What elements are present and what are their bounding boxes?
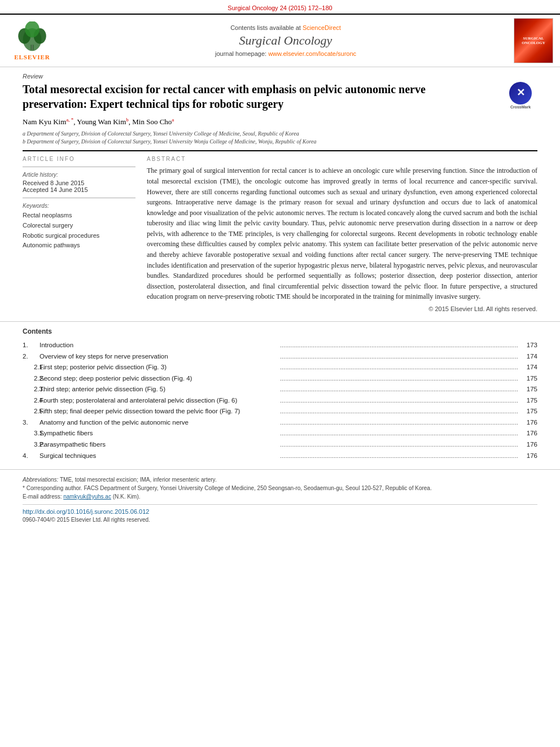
divider-thick — [23, 150, 537, 151]
keywords-block: Keywords: Rectal neoplasms Colorectal su… — [23, 203, 135, 250]
abbreviations: Abbreviations: TME, total mesorectal exc… — [23, 475, 537, 484]
toc-sub-num-3-1: 3.1. — [23, 428, 40, 439]
toc-item-2-5: 2.5. Fifth step; final deeper pelvic dis… — [23, 406, 537, 417]
toc-text-2: Overview of key steps for nerve preserva… — [40, 351, 278, 362]
toc-text-2-4: Fourth step; posterolateral and anterola… — [40, 395, 278, 407]
info-divider1 — [23, 167, 135, 167]
toc-dots-4 — [280, 451, 518, 461]
toc-sub-num-2-2: 2.2. — [23, 373, 40, 385]
keyword-2: Colorectal surgery — [23, 221, 135, 231]
toc-page-2-5: 175 — [520, 406, 537, 417]
toc-dots-2-3 — [280, 384, 518, 395]
contents-title: Contents — [23, 327, 537, 335]
toc-sub-num-2-4: 2.4. — [23, 395, 40, 407]
toc-num-1: 1. — [23, 340, 40, 351]
abstract-text: The primary goal of surgical interventio… — [147, 165, 537, 302]
toc-text-3-1: Sympathetic fibers — [40, 428, 278, 439]
svg-point-4 — [25, 21, 40, 37]
journal-homepage: journal homepage: www.elsevier.com/locat… — [63, 50, 508, 57]
keywords-label: Keywords: — [23, 203, 135, 209]
toc-dots-3-1 — [280, 428, 518, 439]
history-block: Article history: Received 8 June 2015 Ac… — [23, 172, 135, 193]
abbrev-label: Abbreviations: — [23, 477, 58, 483]
abstract-col: ABSTRACT The primary goal of surgical in… — [147, 156, 537, 312]
homepage-link[interactable]: www.elsevier.com/locate/suronc — [268, 50, 356, 57]
toc-dots-1 — [280, 340, 518, 351]
sciencedirect-line: Contents lists available at ScienceDirec… — [63, 24, 508, 31]
toc-item-3-2: 3.2. Parasympathetic fibers 176 — [23, 439, 537, 451]
toc-page-2-1: 174 — [520, 362, 537, 373]
two-col-section: ARTICLE INFO Article history: Received 8… — [23, 156, 537, 312]
toc-dots-2-4 — [280, 395, 518, 406]
article-title: Total mesorectal excision for rectal can… — [23, 82, 537, 111]
toc-dots-3 — [280, 417, 518, 428]
toc-item-3: 3. Anatomy and function of the pelvic au… — [23, 417, 537, 429]
toc-item-3-1: 3.1. Sympathetic fibers 176 — [23, 428, 537, 439]
toc-page-4: 176 — [520, 451, 537, 462]
crossmark-x-icon: ✕ — [517, 86, 525, 99]
crossmark[interactable]: ✕ CrossMark — [504, 82, 537, 110]
affiliation-b: b Department of Surgery, Division of Col… — [23, 138, 537, 146]
toc-num-2: 2. — [23, 351, 40, 362]
crossmark-circle: ✕ — [509, 82, 532, 104]
journal-title: Surgical Oncology — [63, 33, 508, 48]
corresponding-note: * Corresponding author. FACS Department … — [23, 484, 537, 492]
section-label: Review — [23, 73, 537, 80]
toc-text-2-3: Third step; anterior pelvic dissection (… — [40, 384, 278, 395]
article-info-col: ARTICLE INFO Article history: Received 8… — [23, 156, 135, 312]
toc-page-3: 176 — [520, 417, 537, 429]
toc-dots-2 — [280, 351, 518, 362]
email-link[interactable]: namkyuk@yuhs.ac — [63, 493, 111, 500]
corresponding-star: * Corresponding author. FACS Department … — [23, 485, 432, 491]
toc-dots-2-5 — [280, 406, 518, 417]
article-info-header: ARTICLE INFO — [23, 156, 135, 162]
contents-section: Contents 1. Introduction 173 2. Overview… — [0, 321, 560, 467]
elsevier-text: ELSEVIER — [14, 54, 50, 60]
journal-center: Contents lists available at ScienceDirec… — [58, 24, 514, 57]
toc-sub-num-2-3: 2.3. — [23, 384, 40, 395]
author1-sup: a, * — [66, 117, 73, 123]
doi-link[interactable]: http://dx.doi.org/10.1016/j.suronc.2015.… — [23, 508, 537, 515]
toc-item-2-3: 2.3. Third step; anterior pelvic dissect… — [23, 384, 537, 395]
history-label: Article history: — [23, 172, 135, 178]
crossmark-label: CrossMark — [510, 104, 531, 110]
issn-text: 0960-7404/© 2015 Elsevier Ltd. All right… — [23, 517, 537, 523]
email-line: E-mail address: namkyuk@yuhs.ac (N.K. Ki… — [23, 492, 537, 501]
toc-item-4: 4. Surgical techniques 176 — [23, 451, 537, 462]
toc-text-1: Introduction — [40, 340, 278, 351]
journal-cover: SURGICALONCOLOGY — [514, 18, 553, 63]
received-date: Received 8 June 2015 — [23, 180, 135, 186]
abbrev-text: TME, total mesorectal excision; IMA, inf… — [60, 477, 217, 483]
toc-num-4: 4. — [23, 451, 40, 462]
toc-page-2-2: 175 — [520, 373, 537, 385]
page: Surgical Oncology 24 (2015) 172–180 ELSE… — [0, 0, 560, 747]
toc-item-2: 2. Overview of key steps for nerve prese… — [23, 351, 537, 362]
toc-text-2-2: Second step; deep posterior pelvic disse… — [40, 373, 278, 385]
toc-sub-num-3-2: 3.2. — [23, 439, 40, 451]
toc-item-1: 1. Introduction 173 — [23, 340, 537, 351]
toc-page-2-4: 175 — [520, 395, 537, 407]
toc-page-3-1: 176 — [520, 428, 537, 439]
toc-text-3-2: Parasympathetic fibers — [40, 439, 278, 451]
top-citation: Surgical Oncology 24 (2015) 172–180 — [0, 0, 560, 14]
abstract-header: ABSTRACT — [147, 156, 537, 162]
email-suffix: (N.K. Kim). — [113, 493, 141, 500]
accepted-date: Accepted 14 June 2015 — [23, 186, 135, 193]
cover-title: SURGICALONCOLOGY — [520, 35, 546, 47]
article-content: Review Total mesorectal excision for rec… — [0, 67, 560, 318]
copyright: © 2015 Elsevier Ltd. All rights reserved… — [147, 305, 537, 312]
citation-text: Surgical Oncology 24 (2015) 172–180 — [228, 5, 332, 11]
affiliations: a Department of Surgery, Division of Col… — [23, 130, 537, 146]
journal-cover-inner: SURGICALONCOLOGY — [514, 19, 553, 63]
toc-sub-num-2-5: 2.5. — [23, 406, 40, 417]
footer-section: Abbreviations: TME, total mesorectal exc… — [0, 469, 560, 528]
sciencedirect-link[interactable]: ScienceDirect — [303, 24, 341, 31]
email-label: E-mail address: — [23, 493, 62, 500]
journal-header: ELSEVIER Contents lists available at Sci… — [0, 14, 560, 67]
toc-page-3-2: 176 — [520, 439, 537, 451]
toc-text-3: Anatomy and function of the pelvic auton… — [40, 417, 278, 429]
affiliation-a: a Department of Surgery, Division of Col… — [23, 130, 537, 138]
toc-page-1: 173 — [520, 340, 537, 351]
toc-item-2-1: 2.1. First step; posterior pelvic dissec… — [23, 362, 537, 373]
authors-line: Nam Kyu Kima, *, Young Wan Kimb, Min Soo… — [23, 117, 537, 126]
